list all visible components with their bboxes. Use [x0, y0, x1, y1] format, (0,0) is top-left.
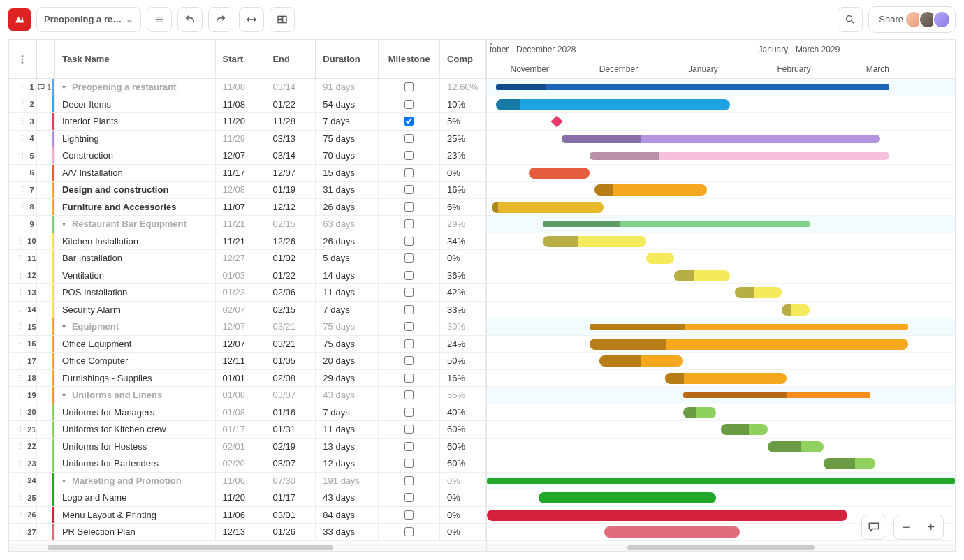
collapse-toggle[interactable]: ▾ — [62, 391, 69, 399]
end-cell[interactable]: 01/22 — [265, 267, 316, 284]
milestone-checkbox[interactable] — [404, 168, 414, 177]
start-cell[interactable]: 02/07 — [216, 302, 266, 318]
gantt-row[interactable] — [487, 387, 955, 404]
row-drag-handle[interactable]: ⋮⋮12 — [9, 267, 37, 284]
gantt-row[interactable] — [487, 353, 955, 370]
end-cell[interactable]: 01/17 — [265, 489, 316, 506]
task-name-cell[interactable]: Office Computer — [55, 353, 216, 369]
gantt-row[interactable] — [487, 267, 955, 285]
undo-button[interactable] — [177, 7, 203, 32]
row-drag-handle[interactable]: ⋮⋮15 — [9, 318, 37, 335]
task-name-cell[interactable]: Interior Plants — [55, 113, 216, 130]
milestone-cell[interactable] — [379, 267, 440, 284]
completed-cell[interactable]: 0% — [440, 473, 486, 489]
table-row[interactable]: ⋮⋮11Bar Installation12/2701/025 days0% — [9, 250, 486, 267]
task-name-cell[interactable]: POS Installation — [55, 284, 216, 301]
milestone-cell[interactable] — [379, 147, 440, 164]
end-cell[interactable]: 03/13 — [265, 131, 316, 147]
table-row[interactable]: ⋮⋮10Kitchen Installation11/2112/2626 day… — [9, 233, 486, 251]
task-name-cell[interactable]: Lightning — [55, 131, 216, 147]
start-cell[interactable]: 11/21 — [216, 216, 266, 233]
milestone-cell[interactable] — [379, 131, 440, 147]
end-cell[interactable]: 02/19 — [265, 439, 316, 455]
gantt-bar[interactable] — [782, 304, 810, 316]
row-drag-handle[interactable]: ⋮⋮9 — [9, 216, 37, 233]
duration-cell[interactable]: 26 days — [316, 233, 379, 250]
gantt-bar[interactable] — [590, 324, 908, 330]
gantt-row[interactable] — [487, 79, 955, 96]
gantt-row[interactable] — [487, 370, 955, 388]
completed-cell[interactable]: 0% — [440, 250, 486, 267]
start-cell[interactable]: 01/08 — [216, 404, 266, 421]
milestone-checkbox[interactable] — [404, 151, 414, 160]
row-drag-handle[interactable]: ⋮⋮13 — [9, 284, 37, 301]
completed-cell[interactable]: 24% — [440, 336, 486, 353]
start-cell[interactable]: 12/13 — [216, 524, 266, 540]
table-row[interactable]: ⋮⋮16Office Equipment12/0703/2175 days24% — [9, 336, 486, 353]
end-cell[interactable]: 07/30 — [265, 473, 316, 489]
milestone-cell[interactable] — [379, 113, 440, 130]
gantt-row[interactable] — [487, 439, 955, 456]
table-row[interactable]: ⋮⋮11▾Preopening a restaurant11/0803/1491… — [9, 79, 486, 96]
task-column-header[interactable]: Task Name — [55, 40, 216, 78]
duration-cell[interactable]: 11 days — [316, 284, 379, 301]
milestone-checkbox[interactable] — [404, 202, 414, 212]
gantt-row[interactable] — [487, 318, 955, 336]
milestone-checkbox[interactable] — [404, 510, 414, 520]
gantt-row[interactable] — [487, 233, 955, 251]
duration-cell[interactable]: 20 days — [316, 353, 379, 369]
table-row[interactable]: ⋮⋮26Menu Layout & Printing11/0603/0184 d… — [9, 507, 486, 524]
row-drag-handle[interactable]: ⋮⋮3 — [9, 113, 37, 130]
duration-cell[interactable]: 70 days — [316, 147, 379, 164]
end-cell[interactable]: 11/28 — [265, 113, 316, 130]
completed-cell[interactable]: 25% — [440, 131, 486, 147]
table-row[interactable]: ⋮⋮8Furniture and Accessories11/0712/1226… — [9, 199, 486, 216]
completed-cell[interactable]: 29% — [440, 216, 486, 233]
completed-cell[interactable]: 0% — [440, 165, 486, 182]
milestone-checkbox[interactable] — [404, 82, 414, 91]
milestone-cell[interactable] — [379, 182, 440, 198]
completed-cell[interactable]: 0% — [440, 524, 486, 540]
gantt-row[interactable] — [487, 96, 955, 114]
duration-cell[interactable]: 7 days — [316, 302, 379, 318]
end-column-header[interactable]: End — [265, 40, 316, 78]
task-name-cell[interactable]: Furniture and Accessories — [55, 199, 216, 216]
completed-cell[interactable]: 0% — [440, 489, 486, 506]
completed-cell[interactable]: 5% — [440, 113, 486, 130]
task-name-cell[interactable]: Logo and Name — [55, 489, 216, 506]
gantt-bar[interactable] — [735, 287, 782, 298]
start-cell[interactable]: 11/20 — [216, 113, 266, 130]
task-name-cell[interactable]: Uniforms for Kitchen crew — [55, 421, 216, 438]
milestone-checkbox[interactable] — [404, 100, 414, 109]
table-hscroll[interactable] — [9, 544, 486, 551]
row-drag-handle[interactable]: ⋮⋮14 — [9, 302, 37, 318]
milestone-checkbox[interactable] — [404, 476, 414, 485]
end-cell[interactable]: 02/15 — [265, 216, 316, 233]
layout-button[interactable] — [270, 7, 295, 32]
gantt-bar[interactable] — [492, 202, 604, 213]
row-drag-handle[interactable]: ⋮⋮1 — [9, 79, 37, 96]
table-row[interactable]: ⋮⋮25Logo and Name11/2001/1743 days0% — [9, 489, 486, 507]
start-cell[interactable]: 11/08 — [216, 79, 266, 96]
collapse-toggle[interactable]: ▾ — [62, 477, 69, 485]
completed-cell[interactable]: 12.60% — [440, 79, 486, 96]
milestone-checkbox[interactable] — [404, 356, 414, 365]
task-name-cell[interactable]: Decor Items — [55, 96, 216, 113]
duration-cell[interactable]: 11 days — [316, 421, 379, 438]
task-name-cell[interactable]: Construction — [55, 147, 216, 164]
milestone-checkbox[interactable] — [404, 390, 414, 399]
milestone-cell[interactable] — [379, 233, 440, 250]
menu-button[interactable] — [147, 7, 172, 32]
start-cell[interactable]: 01/03 — [216, 267, 266, 284]
gantt-row[interactable] — [487, 250, 955, 267]
duration-cell[interactable]: 84 days — [316, 507, 379, 524]
row-drag-handle[interactable]: ⋮⋮26 — [9, 507, 37, 524]
start-cell[interactable]: 11/21 — [216, 233, 266, 250]
milestone-checkbox[interactable] — [404, 408, 414, 417]
gantt-bar[interactable] — [590, 339, 908, 350]
milestone-cell[interactable] — [379, 507, 440, 524]
milestone-checkbox[interactable] — [404, 322, 414, 331]
milestone-cell[interactable] — [379, 318, 440, 335]
table-row[interactable]: ⋮⋮17Office Computer12/1101/0520 days50% — [9, 353, 486, 370]
column-menu-button[interactable] — [9, 40, 37, 78]
